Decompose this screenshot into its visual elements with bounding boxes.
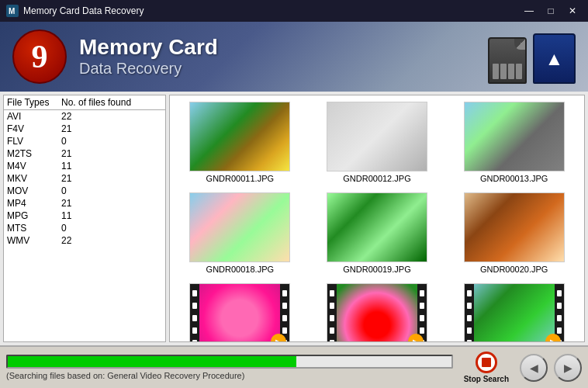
image-label: GNDR00020.JPG	[480, 265, 548, 274]
next-button[interactable]: ▶	[554, 354, 582, 382]
file-type-row[interactable]: M4V11	[4, 160, 165, 172]
file-type-row[interactable]: MOV0	[4, 185, 165, 197]
film-hole	[557, 315, 562, 321]
file-type-count: 21	[61, 198, 162, 209]
film-hole	[467, 340, 472, 342]
file-type-count: 21	[61, 173, 162, 184]
header-title-line1: Memory Card	[79, 36, 218, 60]
film-hole	[330, 303, 334, 309]
film-hole	[557, 290, 562, 296]
film-hole	[192, 340, 197, 342]
photo-thumbnail	[464, 102, 565, 171]
film-holes-left	[465, 284, 474, 342]
file-type-row[interactable]: F4V21	[4, 123, 165, 135]
play-icon: ▶	[545, 334, 561, 342]
maximize-button[interactable]: □	[541, 4, 560, 18]
file-type-name: AVI	[7, 111, 61, 122]
film-hole	[330, 340, 334, 342]
film-hole	[192, 315, 197, 321]
image-item[interactable]: GNDR00018.JPG	[176, 192, 304, 274]
file-type-name: MKV	[7, 173, 61, 184]
image-item[interactable]: GNDR00020.JPG	[450, 192, 578, 274]
logo: 9	[12, 29, 67, 84]
close-button[interactable]: ✕	[563, 4, 582, 18]
film-hole	[420, 303, 424, 309]
file-types-list: AVI22F4V21FLV0M2TS21M4V11MKV21MOV0MP421M…	[4, 110, 165, 247]
app-header: 9 Memory Card Data Recovery	[0, 22, 588, 92]
photo-thumbnail	[464, 192, 565, 262]
image-item[interactable]: GNDR00019.JPG	[313, 192, 441, 274]
film-hole	[467, 315, 472, 321]
film-hole	[420, 327, 424, 334]
sd-card-icon-blue	[533, 33, 576, 84]
minimize-button[interactable]: —	[520, 4, 538, 18]
file-type-count: 11	[61, 210, 162, 221]
photo-thumbnail	[189, 102, 290, 171]
image-item[interactable]: ▶ MP4000	[313, 283, 441, 342]
file-type-count: 0	[61, 136, 162, 147]
table-header: File Types No. of files found	[4, 95, 165, 110]
image-label: GNDR00013.JPG	[480, 174, 548, 183]
file-type-count: 0	[61, 185, 162, 196]
image-label: GNDR00012.JPG	[343, 174, 410, 183]
image-item[interactable]: GNDR00011.JPG	[176, 102, 304, 183]
video-thumbnail: ▶	[464, 283, 565, 342]
image-label: GNDR00011.JPG	[206, 174, 274, 183]
film-hole	[192, 303, 197, 309]
film-hole	[192, 290, 197, 296]
file-type-row[interactable]: WMV22	[4, 234, 165, 247]
title-bar: M Memory Card Data Recovery — □ ✕	[0, 0, 588, 22]
stop-square-icon	[482, 358, 491, 367]
col-header-count: No. of files found	[61, 97, 162, 108]
image-label: GNDR00019.JPG	[343, 265, 410, 274]
image-item[interactable]: GNDR00013.JPG	[450, 102, 578, 183]
window-title: Memory Card Data Recovery	[23, 5, 520, 16]
file-type-name: F4V	[7, 123, 61, 134]
file-type-row[interactable]: MTS0	[4, 222, 165, 234]
progress-text: (Searching files based on: General Video…	[6, 371, 453, 380]
header-icons	[488, 33, 576, 84]
image-label: GNDR00018.JPG	[206, 265, 274, 274]
col-header-type: File Types	[7, 97, 61, 108]
svg-text:M: M	[9, 7, 15, 16]
stop-icon	[476, 352, 497, 373]
file-type-row[interactable]: FLV0	[4, 135, 165, 147]
app-icon: M	[6, 5, 19, 17]
film-hole	[420, 290, 424, 296]
film-hole	[192, 327, 197, 334]
window-controls: — □ ✕	[520, 4, 582, 18]
file-type-count: 21	[61, 123, 162, 134]
film-hole	[282, 315, 287, 321]
file-type-row[interactable]: M2TS21	[4, 147, 165, 160]
film-hole	[467, 327, 472, 334]
film-hole	[467, 303, 472, 309]
image-grid-panel[interactable]: GNDR00011.JPG GNDR00012.JPG GNDR00013.JP…	[169, 95, 585, 342]
film-hole	[330, 327, 334, 334]
progress-bar-inner	[8, 356, 296, 367]
image-grid: GNDR00011.JPG GNDR00012.JPG GNDR00013.JP…	[176, 102, 578, 342]
film-hole	[330, 315, 334, 321]
film-holes-left	[190, 284, 199, 342]
image-item[interactable]: ▶ MP4...	[450, 283, 578, 342]
image-item[interactable]: ▶ MP4000...	[176, 283, 304, 342]
file-type-name: WMV	[7, 235, 61, 246]
film-hole	[282, 290, 287, 296]
file-type-row[interactable]: MP421	[4, 197, 165, 210]
file-type-name: MP4	[7, 198, 61, 209]
header-title-line2: Data Recovery	[79, 60, 218, 78]
stop-search-button[interactable]: Stop Search	[459, 350, 514, 385]
progress-container: (Searching files based on: General Video…	[6, 355, 453, 380]
film-holes-left	[327, 284, 337, 342]
film-hole	[330, 290, 334, 296]
prev-button[interactable]: ◀	[520, 354, 548, 382]
film-hole	[557, 327, 562, 334]
file-type-row[interactable]: AVI22	[4, 110, 165, 123]
file-type-row[interactable]: MPG11	[4, 210, 165, 222]
file-type-count: 0	[61, 223, 162, 234]
image-item[interactable]: GNDR00012.JPG	[313, 102, 441, 183]
bottom-bar: (Searching files based on: General Video…	[0, 345, 588, 388]
file-type-name: M4V	[7, 161, 61, 171]
file-type-name: MPG	[7, 210, 61, 221]
file-type-row[interactable]: MKV21	[4, 172, 165, 185]
film-hole	[420, 315, 424, 321]
